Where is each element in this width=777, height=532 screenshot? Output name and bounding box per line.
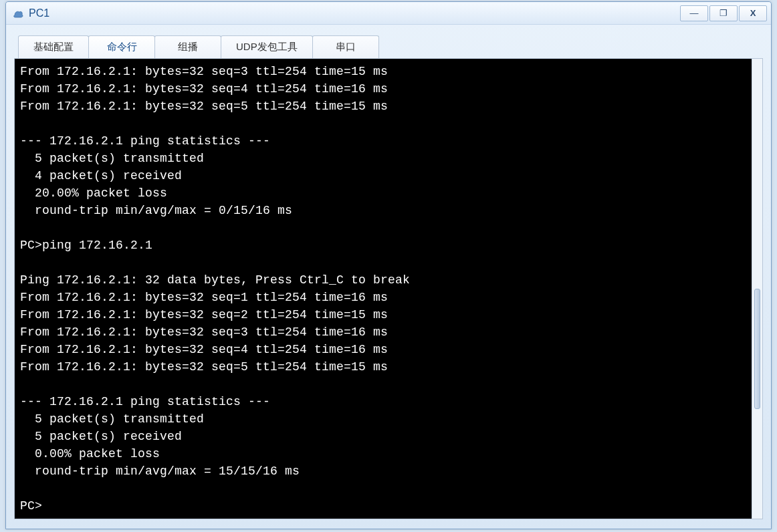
tab-label: 组播 — [178, 41, 198, 53]
terminal-output[interactable]: From 172.16.2.1: bytes=32 seq=3 ttl=254 … — [15, 59, 752, 519]
tab-label: 基础配置 — [33, 41, 74, 53]
tab-serial[interactable]: 串口 — [312, 35, 379, 58]
client-area: 基础配置 命令行 组播 UDP发包工具 串口 From 172.16.2.1: … — [6, 25, 771, 529]
terminal-container: From 172.16.2.1: bytes=32 seq=3 ttl=254 … — [14, 58, 763, 519]
app-window: PC1 — ❐ X 基础配置 命令行 组播 UDP发 — [5, 1, 772, 529]
tab-multicast[interactable]: 组播 — [154, 35, 221, 58]
tab-basic-config[interactable]: 基础配置 — [18, 35, 89, 58]
title-bar[interactable]: PC1 — ❐ X — [6, 2, 771, 25]
tab-label: UDP发包工具 — [236, 41, 298, 53]
tab-command-line[interactable]: 命令行 — [88, 35, 155, 58]
tabs-row: 基础配置 命令行 组播 UDP发包工具 串口 — [14, 33, 763, 58]
minimize-icon: — — [690, 8, 699, 18]
maximize-icon: ❐ — [719, 8, 728, 18]
close-button[interactable]: X — [739, 5, 767, 21]
maximize-button[interactable]: ❐ — [709, 5, 738, 21]
scrollbar-thumb[interactable] — [754, 289, 760, 409]
window-title: PC1 — [29, 7, 49, 19]
app-icon — [11, 7, 25, 20]
tab-label: 命令行 — [107, 41, 137, 53]
tab-label: 串口 — [336, 41, 356, 53]
window-controls: — ❐ X — [679, 5, 767, 21]
minimize-button[interactable]: — — [680, 5, 708, 21]
close-icon: X — [750, 8, 756, 18]
tab-udp-tool[interactable]: UDP发包工具 — [221, 35, 313, 58]
terminal-scrollbar[interactable] — [752, 59, 762, 519]
